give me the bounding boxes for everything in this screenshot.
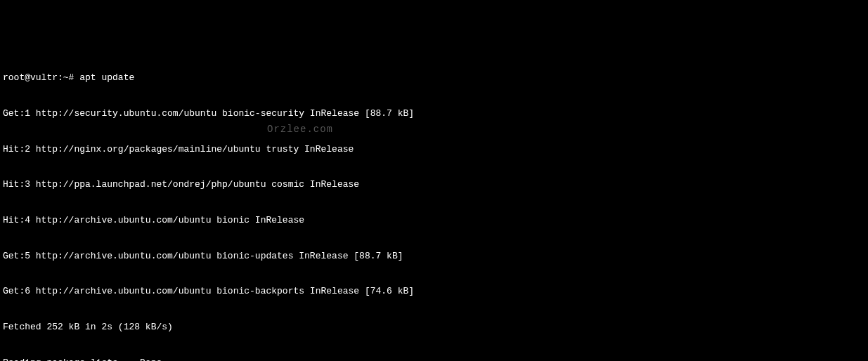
terminal-line: Get:6 http://archive.ubuntu.com/ubuntu b… (3, 286, 865, 298)
terminal-line: root@vultr:~# apt update (3, 72, 865, 84)
terminal-line: Get:5 http://archive.ubuntu.com/ubuntu b… (3, 251, 865, 263)
terminal-output[interactable]: root@vultr:~# apt update Get:1 http://se… (3, 49, 865, 361)
terminal-line: Reading package lists... Done (3, 357, 865, 361)
terminal-line: Hit:3 http://ppa.launchpad.net/ondrej/ph… (3, 179, 865, 191)
terminal-line: Get:1 http://security.ubuntu.com/ubuntu … (3, 108, 865, 120)
terminal-line: Fetched 252 kB in 2s (128 kB/s) (3, 322, 865, 334)
terminal-line: Hit:2 http://nginx.org/packages/mainline… (3, 144, 865, 156)
terminal-line: Hit:4 http://archive.ubuntu.com/ubuntu b… (3, 215, 865, 227)
